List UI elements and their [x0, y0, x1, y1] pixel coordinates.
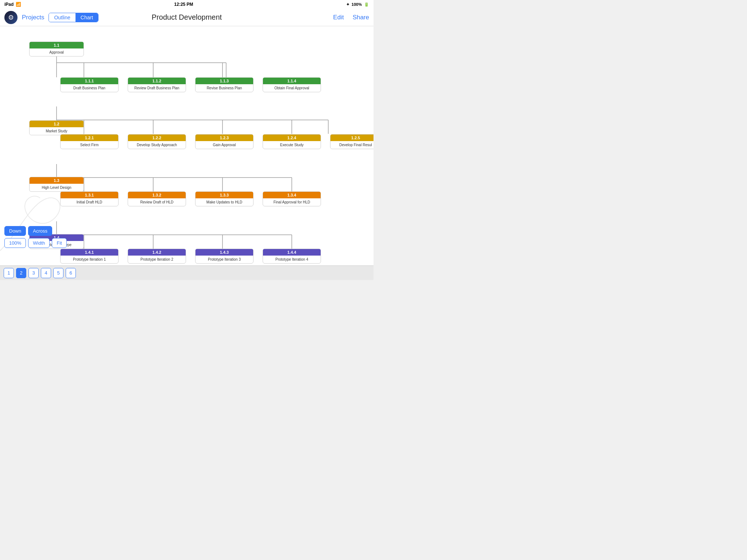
node-1-3[interactable]: 1.3 High Level Design — [29, 177, 84, 192]
node-1-1-body: Approval — [30, 48, 84, 56]
node-1-3-3-body: Make Updates to HLD — [196, 198, 253, 206]
status-left: iPad 📶 — [4, 2, 21, 7]
battery-label: 100% — [352, 2, 362, 7]
page-title: Product Development — [152, 13, 222, 22]
node-1-4-2-body: Prototype Iteration 2 — [128, 256, 186, 263]
status-right: ✦ 100% 🔋 — [346, 2, 369, 7]
page-bar: 1 2 3 4 5 6 — [0, 265, 374, 280]
node-1-2-3-header: 1.2.3 — [196, 135, 253, 141]
width-button[interactable]: Width — [28, 238, 50, 248]
fit-button[interactable]: Fit — [52, 238, 66, 248]
node-1-2-3-body: Gain Approval — [196, 141, 253, 149]
node-1-3-header: 1.3 — [30, 177, 84, 184]
across-button[interactable]: Across — [28, 226, 52, 236]
node-1-2-5-header: 1.2.5 — [330, 135, 374, 141]
node-1-3-2[interactable]: 1.3.2 Review Draft of HLD — [128, 191, 186, 206]
nav-right: Edit Share — [333, 14, 369, 21]
node-1-4-3[interactable]: 1.4.3 Prototype Iteration 3 — [195, 249, 253, 264]
node-1-4-4-header: 1.4.4 — [263, 249, 321, 256]
node-1-3-3-header: 1.3.3 — [196, 192, 253, 198]
main-content: 1.1 Approval 1.1.1 Draft Business Plan 1… — [0, 26, 374, 265]
wifi-icon: 📶 — [16, 2, 21, 7]
node-1-2-body: Market Study — [30, 127, 84, 135]
outline-button[interactable]: Outline — [49, 13, 75, 22]
node-1-1-1[interactable]: 1.1.1 Draft Business Plan — [60, 77, 119, 92]
node-1-1-4-header: 1.1.4 — [263, 78, 321, 84]
share-button[interactable]: Share — [353, 14, 369, 21]
nav-left: ⚙ Projects Outline Chart — [4, 11, 98, 24]
page-5-button[interactable]: 5 — [53, 268, 63, 278]
view-toggle: Outline Chart — [49, 13, 98, 22]
direction-row: Down Across — [4, 226, 67, 236]
node-1-3-2-body: Review Draft of HLD — [128, 198, 186, 206]
battery-icon: 🔋 — [364, 2, 369, 7]
node-1-4-4-body: Prototype Iteration 4 — [263, 256, 321, 263]
node-1-1-4[interactable]: 1.1.4 Obtain Final Approval — [263, 77, 321, 92]
node-1-4-3-header: 1.4.3 — [196, 249, 253, 256]
node-1-2-1-header: 1.2.1 — [61, 135, 118, 141]
bluetooth-icon: ✦ — [346, 2, 349, 7]
node-1-1-1-header: 1.1.1 — [61, 78, 118, 84]
node-1-2[interactable]: 1.2 Market Study — [29, 120, 84, 135]
node-1-2-5[interactable]: 1.2.5 Develop Final Resul — [330, 134, 374, 149]
node-1-3-1-header: 1.3.1 — [61, 192, 118, 198]
app-icon: ⚙ — [4, 11, 18, 24]
device-label: iPad — [4, 2, 13, 7]
chart-button[interactable]: Chart — [76, 13, 98, 22]
node-1-2-5-body: Develop Final Resul — [330, 141, 374, 149]
down-button[interactable]: Down — [4, 226, 26, 236]
node-1-1-header: 1.1 — [30, 42, 84, 48]
node-1-1-3[interactable]: 1.1.3 Revise Business Plan — [195, 77, 253, 92]
page-6-button[interactable]: 6 — [66, 268, 76, 278]
node-1-2-1-body: Select Firm — [61, 141, 118, 149]
node-1-2-1[interactable]: 1.2.1 Select Firm — [60, 134, 119, 149]
node-1-3-body: High Level Design — [30, 184, 84, 191]
node-1-4-4[interactable]: 1.4.4 Prototype Iteration 4 — [263, 249, 321, 264]
node-1-1-2[interactable]: 1.1.2 Review Draft Business Plan — [128, 77, 186, 92]
node-1-3-1[interactable]: 1.3.1 Initial Draft HLD — [60, 191, 119, 206]
status-bar: iPad 📶 12:25 PM ✦ 100% 🔋 — [0, 0, 374, 9]
node-1-2-header: 1.2 — [30, 121, 84, 127]
node-1-3-4-header: 1.3.4 — [263, 192, 321, 198]
node-1-2-2[interactable]: 1.2.2 Develop Study Approach — [128, 134, 186, 149]
page-4-button[interactable]: 4 — [41, 268, 51, 278]
page-1-button[interactable]: 1 — [4, 268, 14, 278]
node-1-3-4-body: Final Approval for HLD — [263, 198, 321, 206]
node-1-2-4-body: Execute Study — [263, 141, 321, 149]
node-1-1-2-header: 1.1.2 — [128, 78, 186, 84]
node-1-2-3[interactable]: 1.2.3 Gain Approval — [195, 134, 253, 149]
node-1-4-1-body: Prototype Iteration 1 — [61, 256, 118, 263]
node-1-4-2[interactable]: 1.4.2 Prototype Iteration 2 — [128, 249, 186, 264]
node-1-2-4-header: 1.2.4 — [263, 135, 321, 141]
node-1-4-2-header: 1.4.2 — [128, 249, 186, 256]
node-1-1-1-body: Draft Business Plan — [61, 84, 118, 92]
time-display: 12:25 PM — [174, 2, 193, 7]
node-1-1[interactable]: 1.1 Approval — [29, 42, 84, 57]
node-1-3-3[interactable]: 1.3.3 Make Updates to HLD — [195, 191, 253, 206]
page-2-button[interactable]: 2 — [16, 268, 26, 278]
node-1-1-3-body: Revise Business Plan — [196, 84, 253, 92]
zoom-row: 100% Width Fit — [4, 238, 67, 248]
node-1-1-3-header: 1.1.3 — [196, 78, 253, 84]
node-1-3-1-body: Initial Draft HLD — [61, 198, 118, 206]
projects-button[interactable]: Projects — [22, 14, 44, 21]
bottom-toolbar: Down Across 100% Width Fit — [0, 223, 71, 251]
node-1-4-1[interactable]: 1.4.1 Prototype Iteration 1 — [60, 249, 119, 264]
node-1-1-4-body: Obtain Final Approval — [263, 84, 321, 92]
edit-button[interactable]: Edit — [333, 14, 344, 21]
node-1-1-2-body: Review Draft Business Plan — [128, 84, 186, 92]
node-1-2-2-body: Develop Study Approach — [128, 141, 186, 149]
node-1-2-2-header: 1.2.2 — [128, 135, 186, 141]
node-1-3-4[interactable]: 1.3.4 Final Approval for HLD — [263, 191, 321, 206]
zoom-100-button[interactable]: 100% — [4, 238, 26, 248]
node-1-2-4[interactable]: 1.2.4 Execute Study — [263, 134, 321, 149]
nav-bar: ⚙ Projects Outline Chart Product Develop… — [0, 9, 374, 26]
node-1-3-2-header: 1.3.2 — [128, 192, 186, 198]
page-3-button[interactable]: 3 — [28, 268, 39, 278]
node-1-4-3-body: Prototype Iteration 3 — [196, 256, 253, 263]
